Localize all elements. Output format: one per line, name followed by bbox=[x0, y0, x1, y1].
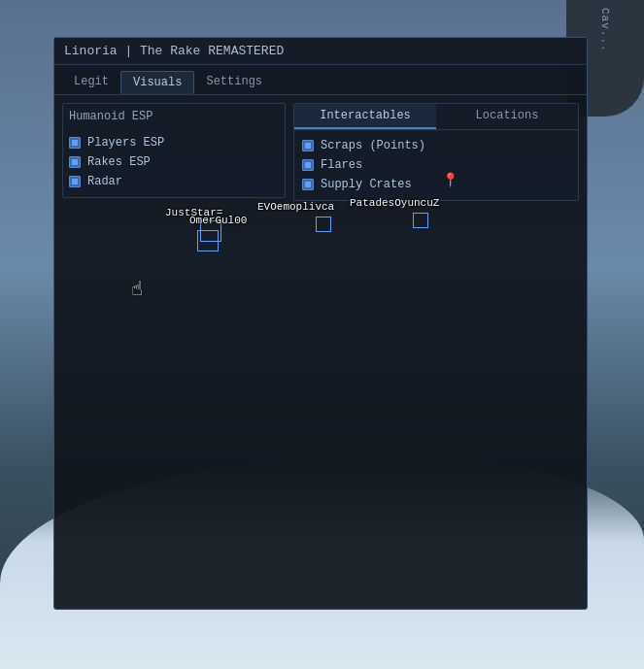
radar-checkbox[interactable] bbox=[69, 176, 81, 187]
players-esp-label: Players ESP bbox=[87, 136, 164, 150]
tab-settings[interactable]: Settings bbox=[194, 71, 274, 94]
rakes-esp-item[interactable]: Rakes ESP bbox=[69, 152, 279, 172]
scraps-checkbox[interactable] bbox=[302, 140, 314, 151]
humanoid-esp-panel: Humanoid ESP Players ESP Rakes ESP Radar bbox=[62, 103, 286, 198]
players-esp-item[interactable]: Players ESP bbox=[69, 133, 279, 152]
flares-item[interactable]: Flares bbox=[302, 155, 570, 175]
right-panel-content: Scraps (Points) Flares Supply Crates bbox=[294, 130, 578, 200]
main-window: Linoria | The Rake REMASTERED Legit Visu… bbox=[53, 37, 588, 610]
players-esp-checkbox[interactable] bbox=[69, 137, 81, 149]
tab-bar: Legit Visuals Settings bbox=[54, 65, 587, 95]
scraps-item[interactable]: Scraps (Points) bbox=[302, 136, 570, 155]
radar-item[interactable]: Radar bbox=[69, 172, 279, 191]
window-title: Linoria | The Rake REMASTERED bbox=[64, 44, 284, 58]
tab-legit[interactable]: Legit bbox=[62, 71, 120, 94]
rakes-esp-label: Rakes ESP bbox=[87, 155, 151, 169]
supply-crates-label: Supply Crates bbox=[321, 178, 412, 191]
tab-locations[interactable]: Locations bbox=[436, 104, 578, 129]
supply-crates-checkbox[interactable] bbox=[302, 179, 314, 190]
title-bar: Linoria | The Rake REMASTERED bbox=[54, 38, 587, 65]
humanoid-esp-title: Humanoid ESP bbox=[69, 110, 279, 127]
flares-checkbox[interactable] bbox=[302, 159, 314, 171]
tab-interactables[interactable]: Interactables bbox=[294, 104, 436, 129]
scraps-label: Scraps (Points) bbox=[321, 139, 425, 152]
radar-label: Radar bbox=[87, 175, 122, 188]
interactables-panel: Interactables Locations Scraps (Points) … bbox=[293, 103, 579, 201]
rakes-esp-checkbox[interactable] bbox=[69, 156, 81, 168]
cave-label: Cav... bbox=[599, 8, 611, 52]
right-tab-bar: Interactables Locations bbox=[294, 104, 578, 130]
tab-visuals[interactable]: Visuals bbox=[120, 71, 194, 94]
flares-label: Flares bbox=[321, 158, 362, 172]
content-area: Humanoid ESP Players ESP Rakes ESP Radar… bbox=[54, 95, 587, 596]
supply-crates-item[interactable]: Supply Crates bbox=[302, 175, 570, 194]
